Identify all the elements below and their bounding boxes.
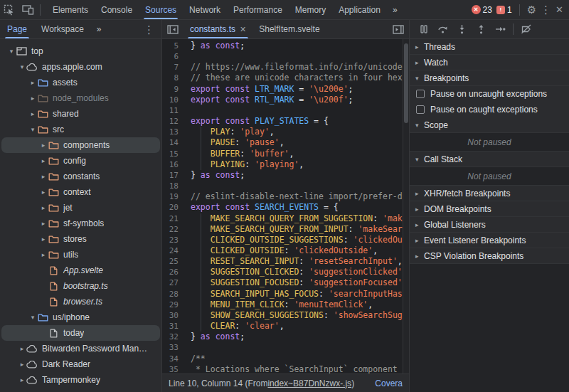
step-over-icon[interactable] [433,21,452,38]
chevron-right-icon[interactable]: ▸ [39,204,48,211]
code-line-28[interactable]: 28 SEARCH_INPUT_HAS_FOCUS: 'searchInputH… [162,289,409,300]
chevron-right-icon[interactable]: ▸ [39,251,48,258]
tree-item-browser-ts[interactable]: browser.ts [1,294,160,309]
line-number[interactable]: 12 [162,116,184,127]
code-line-18[interactable]: 18 [162,181,409,191]
code-line-21[interactable]: 21 MAKE_SEARCH_QUERY_FROM_SUGGESTION: 'm… [162,213,409,224]
code-view[interactable]: 5} as const;67// https://www.fileformat.… [162,39,409,374]
code-line-35[interactable]: 35 * Locations where `SearchInput` compo… [162,364,409,374]
tree-item-constants[interactable]: ▸constants [1,169,160,184]
line-number[interactable]: 22 [162,224,184,235]
checkbox-icon[interactable] [416,105,425,114]
chevron-right-icon[interactable]: ▸ [415,206,424,213]
show-debugger-icon[interactable] [390,21,407,38]
code-line-32[interactable]: 32} as const; [162,332,409,342]
tab-console[interactable]: Console [95,0,139,19]
tree-item-jet[interactable]: ▸jet [1,200,160,216]
section-csp-violation-breakpoints[interactable]: ▸CSP Violation Breakpoints [410,248,569,264]
line-number[interactable]: 11 [162,105,184,116]
navigator-tab-workspace[interactable]: Workspace [34,20,91,38]
navigator-kebab-menu-icon[interactable]: ⋮ [144,24,161,35]
chevron-right-icon[interactable]: ▸ [18,376,26,383]
editor-scrollbar[interactable] [403,39,409,374]
line-number[interactable]: 34 [162,354,184,364]
chevron-right-icon[interactable]: ▸ [39,157,48,164]
tab-performance[interactable]: Performance [227,0,289,19]
code-line-16[interactable]: 16 PLAYING: 'playing', [162,159,409,170]
more-tabs-button[interactable]: » [387,5,404,15]
line-number[interactable]: 16 [162,159,184,170]
line-number[interactable]: 13 [162,127,184,137]
device-toolbar-icon[interactable] [18,1,37,19]
step-out-icon[interactable] [472,21,491,38]
inspect-element-icon[interactable] [0,1,18,19]
hide-navigator-icon[interactable] [164,21,181,38]
code-line-15[interactable]: 15 BUFFER: 'buffer', [162,149,409,159]
navigator-tab-page[interactable]: Page [0,20,34,38]
chevron-down-icon[interactable]: ▾ [415,122,424,129]
chevron-right-icon[interactable]: ▸ [18,361,26,368]
section-watch[interactable]: ▸Watch [410,55,569,70]
line-number[interactable]: 17 [162,170,184,181]
code-line-7[interactable]: 7// https://www.fileformat.info/info/uni… [162,62,409,73]
section-breakpoints[interactable]: ▾Breakpoints [410,70,569,86]
line-number[interactable]: 28 [162,289,184,300]
code-line-14[interactable]: 14 PAUSE: 'pause', [162,137,409,148]
tab-elements[interactable]: Elements [46,0,95,19]
line-number[interactable]: 9 [162,84,184,95]
line-number[interactable]: 21 [162,213,184,224]
code-line-6[interactable]: 6 [162,51,409,62]
step-icon[interactable] [491,21,510,38]
close-icon[interactable]: ✕ [555,5,563,14]
scrollbar-thumb[interactable] [404,43,408,123]
line-number[interactable]: 30 [162,310,184,321]
tree-item-components[interactable]: ▸components [1,137,160,153]
settings-gear-icon[interactable]: ⚙ [527,4,536,15]
code-line-5[interactable]: 5} as const; [162,41,409,51]
tree-item-bitwarden-password-man[interactable]: ▸Bitwarden Password Man… [1,341,160,356]
code-line-20[interactable]: 20export const SEARCH_EVENTS = { [162,202,409,213]
chevron-right-icon[interactable]: ▸ [415,59,424,66]
tree-item-assets[interactable]: ▸assets [1,75,160,90]
code-line-34[interactable]: 34/** [162,354,409,364]
line-number[interactable]: 20 [162,202,184,213]
coverage-link[interactable]: Covera [375,378,403,388]
chevron-right-icon[interactable]: ▸ [39,189,48,196]
line-number[interactable]: 33 [162,342,184,353]
tree-item-bootstrap-ts[interactable]: bootstrap.ts [1,278,160,294]
section-global-listeners[interactable]: ▸Global Listeners [410,217,569,233]
section-event-listener-breakpoints[interactable]: ▸Event Listener Breakpoints [410,233,569,248]
line-number[interactable]: 25 [162,256,184,267]
line-number[interactable]: 18 [162,181,184,191]
code-line-31[interactable]: 31 CLEAR: 'clear', [162,321,409,332]
tree-item-node-modules[interactable]: ▸node_modules [1,90,160,106]
chevron-right-icon[interactable]: ▸ [415,237,424,244]
line-number[interactable]: 32 [162,332,184,342]
tree-item-utils[interactable]: ▸utils [1,247,160,263]
chevron-down-icon[interactable]: ▾ [28,314,37,321]
chevron-right-icon[interactable]: ▸ [39,235,48,243]
checkbox-pause-on-uncaught-exceptions[interactable]: Pause on uncaught exceptions [410,86,569,102]
tree-item-tampermonkey[interactable]: ▸Tampermonkey [1,372,160,388]
navigator-more-tabs-button[interactable]: » [91,24,108,34]
tree-item-today[interactable]: today [1,325,160,341]
source-map-link[interactable]: index~B87DnNzwx-.js [267,378,351,388]
code-line-29[interactable]: 29 MENU_ITEM_CLICK: 'menuItemClick', [162,300,409,310]
tab-memory[interactable]: Memory [289,0,332,19]
code-line-19[interactable]: 19// eslint-disable-next-line import/pre… [162,191,409,202]
chevron-down-icon[interactable]: ▾ [28,126,37,133]
line-number[interactable]: 8 [162,73,184,83]
code-line-12[interactable]: 12export const PLAY_STATES = { [162,116,409,127]
editor-tab-constants-ts[interactable]: constants.ts✕ [184,20,252,38]
section-scope[interactable]: ▾Scope [410,117,569,133]
tree-item-app-svelte[interactable]: App.svelte [1,263,160,278]
chevron-right-icon[interactable]: ▸ [415,190,424,197]
tree-item-sf-symbols[interactable]: ▸sf-symbols [1,216,160,231]
checkbox-icon[interactable] [416,90,425,98]
issues-badge[interactable]: ! 1 [496,5,512,15]
line-number[interactable]: 7 [162,62,184,73]
line-number[interactable]: 27 [162,277,184,288]
line-number[interactable]: 24 [162,245,184,256]
section-threads[interactable]: ▸Threads [410,39,569,55]
tree-item-top[interactable]: ▾top [1,43,160,59]
